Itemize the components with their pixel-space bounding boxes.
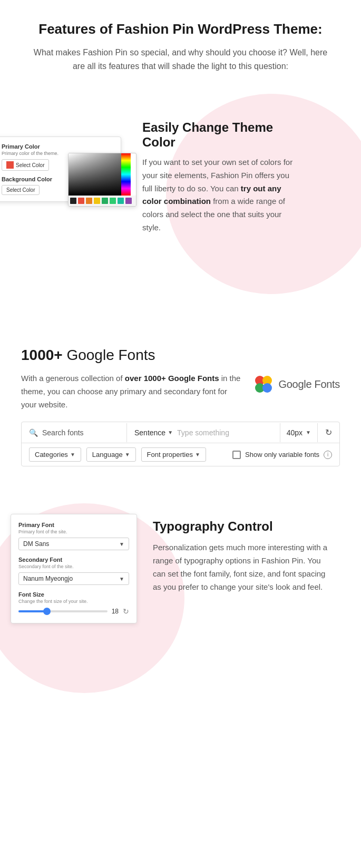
fonts-search-ui: 🔍 Search fonts Sentence ▼ Type something… [21, 422, 340, 466]
spacer-1 [0, 305, 361, 320]
sentence-dropdown-arrow: ▼ [168, 430, 173, 435]
color-swatches-row [69, 196, 136, 206]
font-size-slider-row: 18 ↻ [18, 607, 129, 616]
typography-section: Primary Font Primary font of the site. D… [0, 493, 361, 693]
swatch-teal[interactable] [118, 198, 124, 204]
picker-gradient-row [69, 153, 136, 196]
slider-thumb[interactable] [43, 608, 51, 615]
categories-arrow: ▼ [70, 452, 75, 457]
search-input-area[interactable]: 🔍 Search fonts [22, 423, 127, 442]
font-size-slider-track[interactable] [18, 610, 108, 612]
language-filter-button[interactable]: Language ▼ [86, 447, 136, 462]
hue-bar[interactable] [121, 153, 131, 196]
color-picker-popup [68, 153, 136, 207]
spacer-2 [0, 477, 361, 493]
color-body: If you want to set your own set of color… [142, 156, 300, 235]
refresh-button[interactable]: ↻ [318, 422, 339, 443]
swatch-red[interactable] [78, 198, 84, 204]
fonts-heading-number: 1000+ [21, 347, 63, 363]
show-variable-area: Show only variable fonts i [232, 451, 332, 459]
language-arrow: ▼ [125, 452, 130, 457]
size-dropdown-arrow: ▼ [306, 430, 311, 435]
categories-filter-button[interactable]: Categories ▼ [29, 447, 81, 462]
typo-content: Primary Font Primary font of the site. D… [0, 514, 361, 623]
primary-font-sublabel: Primary font of the site. [18, 529, 129, 534]
color-section: Primary Color Primary color of the theme… [0, 83, 361, 305]
hero-title: Features of Fashion Pin WordPress Theme: [32, 21, 329, 37]
secondary-font-label: Secondary Font [18, 557, 129, 563]
color-panel-image: Primary Color Primary color of the theme… [0, 136, 121, 202]
google-fonts-label: Google Fonts [279, 378, 340, 391]
secondary-font-arrow: ▼ [119, 576, 124, 582]
hero-section: Features of Fashion Pin WordPress Theme:… [0, 0, 361, 83]
color-swatch-red [6, 161, 14, 169]
sentence-area[interactable]: Sentence ▼ Type something [127, 423, 280, 442]
color-heading: Easily Change Theme Color [142, 120, 300, 150]
fonts-search-row1: 🔍 Search fonts Sentence ▼ Type something… [22, 422, 339, 443]
color-info: Easily Change Theme Color If you want to… [126, 104, 316, 235]
slider-reset-button[interactable]: ↻ [123, 607, 129, 616]
swatch-orange[interactable] [86, 198, 92, 204]
svg-point-3 [262, 383, 272, 393]
show-variable-checkbox[interactable] [232, 451, 241, 459]
sentence-label: Sentence [134, 428, 165, 437]
info-icon[interactable]: i [324, 451, 332, 459]
typography-heading: Typography Control [153, 519, 332, 534]
swatch-black[interactable] [70, 198, 76, 204]
fonts-description: With a generous collection of over 1000+… [21, 372, 243, 411]
show-variable-label: Show only variable fonts [245, 451, 319, 459]
primary-font-value: DM Sans [23, 540, 49, 548]
select-color-btn-label: Select Color [16, 162, 44, 168]
language-label: Language [92, 451, 123, 459]
font-size-sublabel: Change the font size of your site. [18, 599, 129, 604]
swatch-light-green[interactable] [110, 198, 116, 204]
hero-description: What makes Fashion Pin so special, and w… [32, 46, 329, 73]
fonts-heading: 1000+ Google Fonts [21, 347, 340, 364]
fonts-section: 1000+ Google Fonts With a generous colle… [0, 320, 361, 477]
secondary-font-select[interactable]: Nanum Myeongjo ▼ [18, 572, 129, 585]
select-color-button[interactable]: Select Color [2, 159, 49, 171]
search-input-text[interactable]: Search fonts [42, 428, 84, 437]
primary-color-label: Primary Color [2, 143, 114, 150]
size-area[interactable]: 40px ▼ [280, 423, 318, 442]
primary-font-select[interactable]: DM Sans ▼ [18, 538, 129, 550]
font-size-label: Font Size [18, 591, 129, 598]
primary-font-label: Primary Font [18, 522, 129, 528]
fonts-heading-text: Google Fonts [63, 347, 155, 363]
google-fonts-logo: Google Fonts [253, 374, 340, 394]
fonts-search-row2: Categories ▼ Language ▼ Font properties … [22, 443, 339, 466]
size-value: 40px [287, 428, 303, 437]
swatch-purple[interactable] [125, 198, 132, 204]
fonts-top-row: With a generous collection of over 1000+… [21, 372, 340, 411]
select-bg-color-button[interactable]: Select Color [2, 185, 40, 195]
color-content: Primary Color Primary color of the theme… [0, 104, 361, 235]
swatch-green[interactable] [102, 198, 108, 204]
type-something-placeholder[interactable]: Type something [177, 428, 229, 437]
swatch-yellow[interactable] [94, 198, 100, 204]
sentence-dropdown[interactable]: Sentence ▼ [134, 428, 173, 437]
typography-body: Personalization gets much more interesti… [153, 541, 332, 593]
categories-label: Categories [35, 451, 68, 459]
fonts-desc-bold: over 1000+ Google Fonts [125, 374, 219, 383]
typography-panel: Primary Font Primary font of the site. D… [11, 514, 137, 623]
font-properties-label: Font properties [147, 451, 193, 459]
font-properties-filter-button[interactable]: Font properties ▼ [141, 447, 206, 462]
slider-fill [18, 610, 45, 612]
select-bg-btn-label: Select Color [6, 187, 35, 193]
primary-font-arrow: ▼ [119, 541, 124, 547]
fonts-desc-before: With a generous collection of [21, 374, 125, 383]
font-properties-arrow: ▼ [195, 452, 200, 457]
font-size-value: 18 [112, 608, 119, 615]
gradient-canvas[interactable] [69, 153, 121, 196]
typography-info: Typography Control Personalization gets … [153, 514, 343, 593]
google-fonts-icon [253, 374, 274, 394]
secondary-font-value: Nanum Myeongjo [23, 575, 73, 582]
search-icon: 🔍 [29, 428, 38, 437]
secondary-font-sublabel: Secondary font of the site. [18, 564, 129, 569]
